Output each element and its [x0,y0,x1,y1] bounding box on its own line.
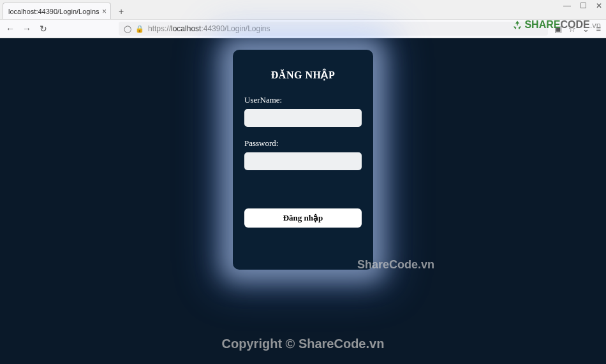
minimize-button[interactable]: — [563,1,571,10]
new-tab-button[interactable]: + [114,4,129,19]
recycle-icon [512,20,523,31]
tab-title: localhost:44390/Login/Logins [8,8,100,15]
sharecode-logo: SHARECODE.vn [512,19,601,31]
tab-bar: localhost:44390/Login/Logins × + [0,0,606,19]
tab-close-icon[interactable]: × [102,7,107,16]
shield-icon: ◯ [124,25,131,33]
close-window-button[interactable]: ✕ [596,1,602,10]
copyright-footer: Copyright © ShareCode.vn [0,337,606,351]
forward-button[interactable]: → [22,24,32,34]
username-input[interactable] [244,109,362,127]
back-button[interactable]: ← [5,24,15,34]
login-button[interactable]: Đăng nhập [244,208,362,228]
url-text: https://localhost:44390/Login/Logins [148,24,270,33]
login-card: ĐĂNG NHẬP UserName: Password: Đăng nhập [233,50,373,270]
username-label: UserName: [244,95,362,105]
reload-button[interactable]: ↻ [38,24,48,34]
window-controls: — ☐ ✕ [563,1,602,10]
url-bar[interactable]: ◯ 🔒 https://localhost:44390/Login/Logins [119,22,548,36]
password-label: Password: [244,138,362,149]
password-input[interactable] [244,152,362,170]
username-group: UserName: [244,95,362,127]
watermark-text: ShareCode.vn [357,258,434,272]
browser-tab[interactable]: localhost:44390/Login/Logins × [3,3,111,19]
password-group: Password: [244,138,362,170]
lock-icon: 🔒 [135,25,144,33]
login-title: ĐĂNG NHẬP [244,69,362,81]
page-content: ĐĂNG NHẬP UserName: Password: Đăng nhập … [0,38,606,364]
maximize-button[interactable]: ☐ [580,1,587,10]
